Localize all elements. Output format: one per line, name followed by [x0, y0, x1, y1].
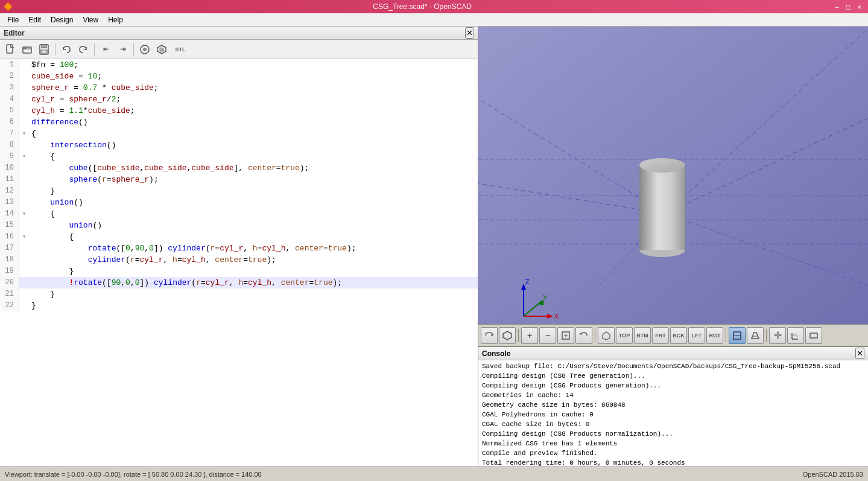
line-content: cylinder(r=cyl_r, h=cyl_h, center=true); [29, 254, 478, 266]
toolbar-separator-2 [94, 43, 95, 56]
menu-view[interactable]: View [78, 14, 103, 25]
menubar: File Edit Design View Help [0, 13, 868, 27]
code-line: 16▾ { [0, 231, 478, 243]
code-line: 18 cylinder(r=cyl_r, h=cyl_h, center=tru… [0, 254, 478, 266]
fold-indicator[interactable]: ▾ [19, 231, 29, 243]
line-content: { [29, 128, 478, 139]
zoom-all-button[interactable] [557, 327, 574, 344]
toolbar-separator-3 [133, 43, 134, 56]
close-button[interactable]: ✕ [854, 2, 864, 11]
render-preview-button[interactable] [499, 327, 516, 344]
code-line: 21 } [0, 288, 478, 300]
preview-button[interactable] [137, 42, 153, 57]
line-number: 13 [0, 197, 19, 208]
view-bottom-button[interactable]: BTM [634, 327, 651, 344]
fold-indicator[interactable]: ▾ [19, 208, 29, 220]
indent-less-button[interactable]: ⇤ [98, 42, 113, 57]
line-number: 5 [0, 105, 19, 116]
indent-more-button[interactable]: ⇥ [115, 42, 130, 57]
orthographic-button[interactable] [729, 327, 746, 344]
svg-marker-39 [603, 332, 610, 340]
view-front-button[interactable]: FRT [652, 327, 669, 344]
console-line: CGAL cache size in bytes: 0 [482, 419, 864, 429]
code-line: 5cyl_h = 1.1*cube_side; [0, 105, 478, 116]
fold-indicator[interactable]: ▾ [19, 151, 29, 162]
line-content: } [29, 300, 478, 311]
fold-indicator [19, 71, 29, 82]
viewport[interactable]: Z X Y [478, 27, 868, 324]
code-editor[interactable]: 1$fn = 100;2cube_side = 10;3sphere_r = 0… [0, 59, 478, 467]
fold-indicator [19, 243, 29, 254]
console-line: Saved backup file: C:/Users/Steve/Docume… [482, 362, 864, 371]
menu-design[interactable]: Design [46, 14, 78, 25]
code-line: 9▾ { [0, 151, 478, 162]
minimize-button[interactable]: — [832, 2, 842, 11]
perspective-button[interactable] [747, 327, 764, 344]
show-frame-button[interactable] [805, 327, 822, 344]
redo-button[interactable] [75, 42, 91, 57]
fold-indicator [19, 220, 29, 231]
line-number: 17 [0, 243, 19, 254]
export-stl-button[interactable]: STL [171, 42, 190, 57]
menu-file[interactable]: File [2, 14, 24, 25]
console-line: Geometries in cache: 14 [482, 390, 864, 400]
toolbar-separator-1 [55, 43, 55, 56]
svg-marker-35 [503, 331, 512, 340]
line-number: 15 [0, 220, 19, 231]
editor-close-button[interactable]: ✕ [465, 27, 474, 39]
zoom-out-button[interactable]: − [539, 327, 556, 344]
view-iso-button[interactable] [598, 327, 615, 344]
fold-indicator [19, 185, 29, 197]
line-number: 21 [0, 288, 19, 300]
save-button[interactable] [36, 42, 52, 57]
show-axes-button[interactable] [787, 327, 804, 344]
fold-indicator [19, 300, 29, 311]
menu-help[interactable]: Help [103, 14, 128, 25]
fold-indicator [19, 105, 29, 116]
svg-text:Y: Y [543, 294, 548, 301]
undo-button[interactable] [59, 42, 74, 57]
window-title: CSG_Tree.scad* - OpenSCAD [373, 2, 472, 11]
console-title: Console [482, 349, 510, 358]
code-line: 11 sphere(r=sphere_r); [0, 174, 478, 185]
code-line: 17 rotate([0,90,0]) cylinder(r=cyl_r, h=… [0, 243, 478, 254]
maximize-button[interactable]: □ [843, 2, 854, 11]
view-right-button[interactable]: RGT [706, 327, 723, 344]
console-close-button[interactable]: ✕ [855, 348, 864, 359]
line-content: } [29, 288, 478, 300]
statusbar-right: OpenSCAD 2015.03 [803, 471, 863, 478]
show-crosshairs-button[interactable]: ✛ [769, 327, 786, 344]
line-content: sphere_r = 0.7 * cube_side; [29, 82, 478, 94]
open-button[interactable] [19, 42, 35, 57]
line-number: 7 [0, 128, 19, 139]
line-content: union() [29, 197, 478, 208]
view-toolbar-sep-4 [766, 329, 767, 342]
svg-marker-42 [752, 333, 759, 339]
render-button[interactable] [154, 42, 169, 57]
view-left-button[interactable]: LFT [688, 327, 705, 344]
line-content: } [29, 266, 478, 277]
zoom-in-button[interactable]: + [521, 327, 538, 344]
rotate-button[interactable] [575, 327, 592, 344]
menu-edit[interactable]: Edit [24, 14, 46, 25]
line-number: 1 [0, 59, 19, 71]
console-content: Saved backup file: C:/Users/Steve/Docume… [478, 360, 868, 467]
reset-view-button[interactable] [481, 327, 498, 344]
view-back-button[interactable]: BCK [670, 327, 687, 344]
editor-panel: Editor ✕ [0, 27, 478, 467]
fold-indicator [19, 266, 29, 277]
new-button[interactable] [2, 42, 18, 57]
viewport-svg: Z X Y [478, 27, 868, 324]
svg-rect-0 [7, 45, 13, 53]
code-line: 14▾ { [0, 208, 478, 220]
fold-indicator[interactable]: ▾ [19, 128, 29, 139]
code-line: 15 union() [0, 220, 478, 231]
titlebar: 🔶 CSG_Tree.scad* - OpenSCAD — □ ✕ [0, 0, 868, 13]
line-number: 10 [0, 162, 19, 174]
line-content: cube([cube_side,cube_side,cube_side], ce… [29, 162, 478, 174]
view-top-button[interactable]: TOP [616, 327, 633, 344]
line-content: { [29, 231, 478, 243]
view-toolbar-sep-1 [518, 329, 519, 342]
console-panel: Console ✕ Saved backup file: C:/Users/St… [478, 346, 868, 467]
svg-rect-22 [639, 165, 685, 250]
